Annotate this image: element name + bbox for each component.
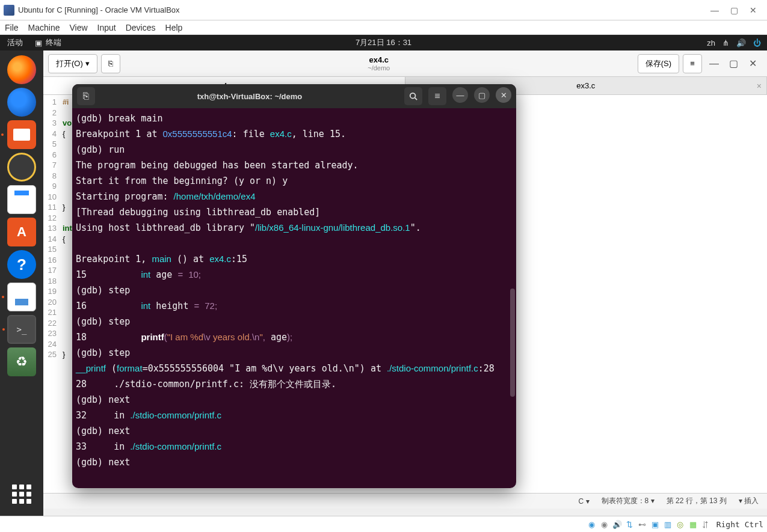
vbox-usb-icon[interactable]: ⊷: [637, 519, 648, 530]
gedit-new-tab-button[interactable]: ⎘: [101, 54, 120, 73]
menu-machine[interactable]: Machine: [28, 23, 60, 32]
dock-rhythmbox[interactable]: [7, 153, 36, 182]
dock-thunderbird[interactable]: [7, 88, 36, 117]
vbox-hostkey-label: Right Ctrl: [716, 520, 763, 529]
dock-terminal[interactable]: [7, 315, 36, 344]
terminal-output[interactable]: (gdb) break main Breakpoint 1 at 0x55555…: [72, 108, 516, 488]
activities-button[interactable]: 活动: [0, 37, 30, 48]
vbox-statusbar: ◉ ◉ 🔊 ⇅ ⊷ ▣ ▥ ◎ ▦ ⮃ Right Ctrl: [0, 516, 767, 532]
ubuntu-dock: [0, 50, 43, 516]
dock-help[interactable]: [7, 250, 36, 279]
vbox-hdd-icon[interactable]: ◉: [587, 519, 597, 530]
terminal-headerbar: ⎘ txh@txh-VirtualBox: ~/demo ≡ — ▢ ✕: [72, 84, 516, 108]
ime-indicator[interactable]: zh: [707, 38, 715, 47]
vbox-network-icon[interactable]: ⇅: [624, 519, 635, 530]
gedit-save-button[interactable]: 保存(S): [638, 54, 679, 73]
minimize-icon[interactable]: —: [452, 87, 468, 103]
terminal-search-button[interactable]: [404, 87, 422, 105]
maximize-icon[interactable]: ▢: [474, 87, 490, 103]
dock-firefox[interactable]: [7, 55, 36, 84]
gedit-line-numbers: 1234567891011121314151617181920212223242…: [43, 95, 60, 493]
terminal-icon: ▣: [35, 38, 42, 47]
tab-close-icon[interactable]: ×: [757, 81, 762, 91]
gedit-headerbar: 打开(O)▾ ⎘ ex4.c ~/demo 保存(S) ≡ — ▢ ✕: [43, 50, 767, 77]
clock[interactable]: 7月21日 16：31: [356, 37, 411, 48]
status-insert-mode[interactable]: ▾ 插入: [739, 496, 759, 506]
menu-file[interactable]: File: [5, 23, 19, 32]
vbox-app-icon: [4, 5, 14, 16]
terminal-title: txh@txh-VirtualBox: ~/demo: [95, 92, 404, 101]
dock-files[interactable]: [7, 120, 36, 149]
terminal-scrollbar[interactable]: [510, 289, 515, 397]
gedit-title: ex4.c ~/demo: [120, 55, 638, 72]
vbox-window-title: Ubuntu for C [Running] - Oracle VM Virtu…: [18, 5, 701, 14]
vbox-titlebar: Ubuntu for C [Running] - Oracle VM Virtu…: [0, 0, 767, 20]
vbox-audio-icon[interactable]: 🔊: [612, 519, 623, 530]
vbox-recording-icon[interactable]: ◎: [675, 519, 686, 530]
dock-show-apps[interactable]: [12, 485, 31, 504]
maximize-icon[interactable]: ▢: [730, 6, 738, 14]
terminal-new-tab-button[interactable]: ⎘: [77, 87, 95, 105]
app-indicator-label: 终端: [46, 37, 61, 48]
vbox-mouse-icon[interactable]: ⮃: [700, 519, 711, 530]
vbox-shared-folder-icon[interactable]: ▣: [650, 519, 661, 530]
status-language[interactable]: C ▾: [579, 497, 590, 506]
gedit-menu-button[interactable]: ≡: [683, 54, 702, 73]
gedit-open-button[interactable]: 打开(O)▾: [48, 54, 97, 73]
power-icon[interactable]: ⏻: [753, 38, 761, 47]
vbox-display-icon[interactable]: ▥: [662, 519, 673, 530]
maximize-icon[interactable]: ▢: [728, 59, 738, 69]
dock-ubuntu-software[interactable]: [7, 218, 36, 246]
terminal-menu-button[interactable]: ≡: [428, 87, 446, 105]
menu-view[interactable]: View: [69, 23, 87, 32]
network-icon[interactable]: ⋔: [722, 38, 729, 47]
close-icon[interactable]: ✕: [748, 59, 757, 69]
status-tabwidth[interactable]: 制表符宽度：8 ▾: [602, 496, 655, 506]
menu-help[interactable]: Help: [165, 23, 183, 32]
svg-point-0: [410, 93, 416, 99]
minimize-icon[interactable]: —: [709, 59, 719, 69]
close-icon[interactable]: ✕: [749, 6, 757, 14]
dock-libreoffice-writer[interactable]: [7, 185, 36, 214]
gedit-statusbar: C ▾ 制表符宽度：8 ▾ 第 22 行，第 13 列 ▾ 插入: [43, 493, 767, 509]
vbox-window-controls: — ▢ ✕: [701, 6, 767, 14]
chevron-down-icon: ▾: [85, 59, 90, 68]
status-cursor-pos: 第 22 行，第 13 列: [667, 496, 727, 506]
vbox-cpu-icon[interactable]: ▦: [688, 519, 698, 530]
vbox-optical-icon[interactable]: ◉: [599, 519, 610, 530]
svg-line-1: [415, 98, 417, 100]
volume-icon[interactable]: 🔊: [736, 38, 746, 47]
close-icon[interactable]: ✕: [496, 87, 511, 103]
dock-trash[interactable]: [7, 347, 36, 376]
menu-devices[interactable]: Devices: [126, 23, 156, 32]
terminal-window: ⎘ txh@txh-VirtualBox: ~/demo ≡ — ▢ ✕ (gd…: [72, 84, 516, 488]
dock-text-editor[interactable]: [7, 283, 36, 311]
system-status-area[interactable]: zh ⋔ 🔊 ⏻: [707, 38, 761, 47]
minimize-icon[interactable]: —: [710, 6, 719, 14]
vbox-menubar: File Machine View Input Devices Help: [0, 20, 767, 35]
app-indicator[interactable]: ▣ 终端: [30, 37, 66, 48]
ubuntu-topbar: 活动 ▣ 终端 7月21日 16：31 zh ⋔ 🔊 ⏻: [0, 35, 767, 50]
menu-input[interactable]: Input: [97, 23, 116, 32]
